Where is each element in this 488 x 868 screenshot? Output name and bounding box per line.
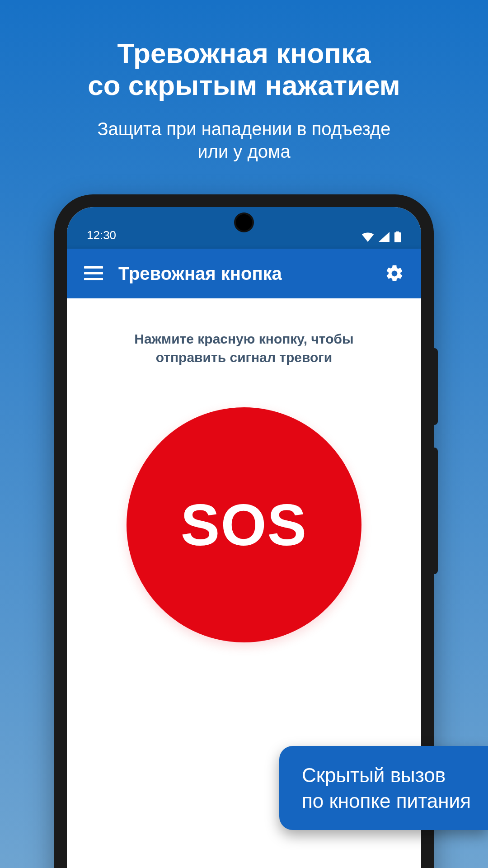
promo-subline-line1: Защита при нападении в подъезде xyxy=(97,119,390,139)
settings-button[interactable] xyxy=(384,263,405,284)
phone-volume-button xyxy=(434,348,438,425)
promo-subline-line2: или у дома xyxy=(197,142,291,161)
battery-icon xyxy=(394,231,401,242)
app-title: Тревожная кнопка xyxy=(118,264,370,284)
callout-line2: по кнопке питания xyxy=(302,790,471,812)
promo-headline: Тревожная кнопка со скрытым нажатием xyxy=(0,37,488,102)
signal-icon xyxy=(379,232,389,242)
phone-camera-hole xyxy=(236,214,252,231)
status-time: 12:30 xyxy=(87,228,116,242)
instruction-line1: Нажмите красную кнопку, чтобы xyxy=(134,331,353,346)
app-body: Нажмите красную кнопку, чтобы отправить … xyxy=(67,298,421,642)
app-toolbar: Тревожная кнопка xyxy=(67,249,421,298)
sos-label: SOS xyxy=(181,491,308,559)
promo-headline-line2: со скрытым нажатием xyxy=(88,70,400,101)
menu-button[interactable] xyxy=(83,263,104,284)
promo-headline-line1: Тревожная кнопка xyxy=(117,38,371,69)
wifi-icon xyxy=(361,232,374,242)
promo-subline: Защита при нападении в подъезде или у до… xyxy=(0,118,488,163)
svg-rect-2 xyxy=(84,278,103,280)
hamburger-icon xyxy=(84,266,103,281)
gear-icon xyxy=(385,264,404,283)
promo-callout: Скрытый вызов по кнопке питания xyxy=(279,746,488,830)
phone-power-button xyxy=(434,448,438,574)
instruction-line2: отправить сигнал тревоги xyxy=(156,350,333,365)
status-icons xyxy=(361,231,401,242)
instruction-text: Нажмите красную кнопку, чтобы отправить … xyxy=(67,330,421,367)
svg-rect-1 xyxy=(84,272,103,274)
svg-rect-0 xyxy=(84,266,103,269)
sos-button[interactable]: SOS xyxy=(127,407,361,642)
callout-line1: Скрытый вызов xyxy=(302,764,446,786)
